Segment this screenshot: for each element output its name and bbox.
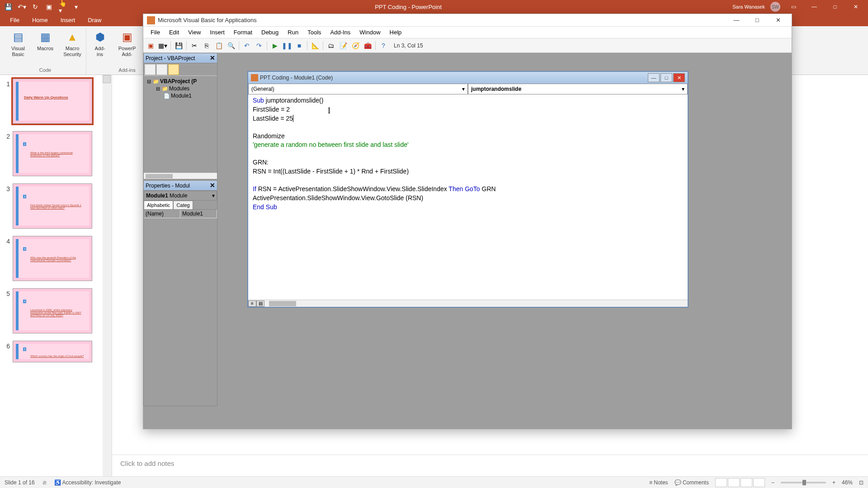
vba-menu-file[interactable]: File xyxy=(146,28,165,37)
panel-close-icon[interactable]: ✕ xyxy=(209,54,216,61)
slide-thumbnail-6[interactable]: 6 5 Which country has the origin of Inui… xyxy=(2,341,110,362)
find-icon[interactable]: 🔍 xyxy=(226,40,236,51)
zoom-out-icon[interactable]: − xyxy=(771,479,774,486)
break-icon[interactable]: ❚❚ xyxy=(282,40,292,51)
accessibility-status[interactable]: ♿ Accessibility: Investigate xyxy=(54,479,121,486)
save-icon[interactable]: 💾 xyxy=(173,40,184,51)
vba-menu-format[interactable]: Format xyxy=(229,28,257,37)
tab-home[interactable]: Home xyxy=(26,14,54,26)
close-icon[interactable]: ✕ xyxy=(848,1,863,12)
slide-sorter-icon[interactable] xyxy=(728,478,740,487)
ppt-addins-button[interactable]: ▣ PowerP Add- xyxy=(114,28,140,59)
help-icon[interactable]: ? xyxy=(378,40,389,51)
visual-basic-button[interactable]: ▤ Visual Basic xyxy=(5,28,31,59)
props-object-combo[interactable]: Module1 Module ▾ xyxy=(144,191,217,201)
fit-to-window-icon[interactable]: ⊡ xyxy=(859,479,863,486)
notes-button[interactable]: ≡ Notes xyxy=(649,479,668,486)
code-titlebar[interactable]: PPT Coding - Module1 (Code) — □ ✕ xyxy=(248,72,688,84)
minus-icon[interactable]: ⊟ xyxy=(146,78,152,84)
ribbon-display-icon[interactable]: ▭ xyxy=(786,1,801,12)
zoom-percent[interactable]: 46% xyxy=(842,479,853,486)
properties-icon[interactable]: 📝 xyxy=(338,40,349,51)
vba-minimize-icon[interactable]: — xyxy=(726,15,746,25)
tab-file[interactable]: File xyxy=(4,14,26,26)
vba-menu-tools[interactable]: Tools xyxy=(303,28,326,37)
tab-insert[interactable]: Insert xyxy=(54,14,82,26)
code-object-dropdown[interactable]: (General) ▾ xyxy=(248,84,468,94)
full-module-view-icon[interactable]: ▤ xyxy=(256,300,264,307)
props-panel-title[interactable]: Properties - Modul ✕ xyxy=(144,181,217,191)
slide-thumbnail-2[interactable]: 2 1 What is the third largest continenta… xyxy=(2,131,110,176)
project-hscroll[interactable] xyxy=(144,173,217,179)
vba-menu-run[interactable]: Run xyxy=(283,28,303,37)
code-close-icon[interactable]: ✕ xyxy=(673,73,685,82)
user-name[interactable]: Sara Wanasek xyxy=(732,4,765,9)
procedure-view-icon[interactable]: ≡ xyxy=(248,300,256,307)
toggle-folders-icon[interactable] xyxy=(168,64,179,75)
code-procedure-dropdown[interactable]: jumptorandomslide ▾ xyxy=(468,84,688,94)
redo-icon[interactable]: ↻ xyxy=(32,3,39,10)
vba-menu-debug[interactable]: Debug xyxy=(257,28,283,37)
minus-icon[interactable]: ⊟ xyxy=(155,85,161,92)
view-code-icon[interactable] xyxy=(145,64,156,75)
tree-modules[interactable]: ⊟ 📁 Modules xyxy=(146,85,215,92)
slide-thumbnail-1[interactable]: 1 Daily Warm Up Questions xyxy=(2,79,110,124)
paste-icon[interactable]: 📋 xyxy=(213,40,224,51)
reading-view-icon[interactable] xyxy=(741,478,752,487)
comments-button[interactable]: 💬 Comments xyxy=(675,479,709,486)
vba-close-icon[interactable]: ✕ xyxy=(768,15,788,25)
normal-view-icon[interactable] xyxy=(715,478,727,487)
thumb-slide[interactable]: Daily Warm Up Questions xyxy=(13,79,92,124)
macros-button[interactable]: ▦ Macros xyxy=(33,28,58,53)
project-explorer-icon[interactable]: 🗂 xyxy=(326,40,336,51)
project-panel-title[interactable]: Project - VBAProject ✕ xyxy=(144,53,217,63)
qat-more-icon[interactable]: ▾ xyxy=(72,3,80,10)
slide-thumbnail-4[interactable]: 4 3 Who was the seventh President of the… xyxy=(2,236,110,281)
undo-icon[interactable]: ↶ xyxy=(241,40,252,51)
slideshow-view-icon[interactable] xyxy=(753,478,765,487)
cut-icon[interactable]: ✂ xyxy=(189,40,200,51)
vba-menu-view[interactable]: View xyxy=(184,28,205,37)
panel-close-icon[interactable]: ✕ xyxy=(209,182,216,189)
notes-panel[interactable]: Click to add notes xyxy=(112,455,868,476)
code-maximize-icon[interactable]: □ xyxy=(660,73,672,82)
reset-icon[interactable]: ■ xyxy=(294,40,305,51)
vba-maximize-icon[interactable]: □ xyxy=(747,15,767,25)
insert-module-icon[interactable]: ▦▾ xyxy=(157,40,168,51)
start-from-beginning-icon[interactable]: ▣ xyxy=(45,3,52,10)
vba-titlebar[interactable]: Microsoft Visual Basic for Applications … xyxy=(143,14,792,27)
hscroll-thumb[interactable] xyxy=(269,301,296,306)
maximize-icon[interactable]: □ xyxy=(827,1,843,12)
tab-draw[interactable]: Draw xyxy=(81,14,108,26)
zoom-slider[interactable] xyxy=(781,482,826,483)
props-tab-categorized[interactable]: Categ xyxy=(173,201,193,209)
avatar[interactable]: SW xyxy=(770,2,780,12)
code-editor[interactable]: Sub jumptorandomslide() FirstSlide = 2 L… xyxy=(248,94,688,300)
vba-menu-window[interactable]: Window xyxy=(355,28,385,37)
vba-menu-insert[interactable]: Insert xyxy=(205,28,229,37)
tree-root[interactable]: ⊟ 📁 VBAProject (P xyxy=(146,78,215,85)
slide-thumbnail-3[interactable]: 3 2 First Earth orbiter Soviet Union's S… xyxy=(2,183,110,229)
redo-icon[interactable]: ↷ xyxy=(254,40,264,51)
slide-thumbnail-5[interactable]: 5 4 Launched in 2006, which planetary ex… xyxy=(2,288,110,333)
object-browser-icon[interactable]: 🧭 xyxy=(350,40,361,51)
save-icon[interactable]: 💾 xyxy=(5,3,12,10)
code-minimize-icon[interactable]: — xyxy=(648,73,660,82)
language-icon[interactable]: ⎚ xyxy=(43,479,46,486)
props-row-name[interactable]: (Name) Module1 xyxy=(144,210,217,218)
view-object-icon[interactable] xyxy=(156,64,167,75)
tree-module1[interactable]: 📄 Module1 xyxy=(146,92,215,99)
touch-mode-icon[interactable]: 👆▾ xyxy=(59,3,66,10)
scroll-up-icon[interactable] xyxy=(103,75,111,83)
design-mode-icon[interactable]: 📐 xyxy=(310,40,321,51)
toolbox-icon[interactable]: 🧰 xyxy=(362,40,373,51)
view-ppt-icon[interactable]: ▣ xyxy=(145,40,156,51)
code-hscroll[interactable]: ≡ ▤ xyxy=(248,300,688,307)
run-icon[interactable]: ▶ xyxy=(269,40,280,51)
slide-counter[interactable]: Slide 1 of 16 xyxy=(5,479,35,486)
zoom-in-icon[interactable]: + xyxy=(832,479,835,486)
props-tab-alphabetic[interactable]: Alphabetic xyxy=(144,201,173,209)
vba-menu-help[interactable]: Help xyxy=(385,28,406,37)
thumb-scrollbar[interactable] xyxy=(103,75,112,476)
vba-menu-edit[interactable]: Edit xyxy=(165,28,184,37)
